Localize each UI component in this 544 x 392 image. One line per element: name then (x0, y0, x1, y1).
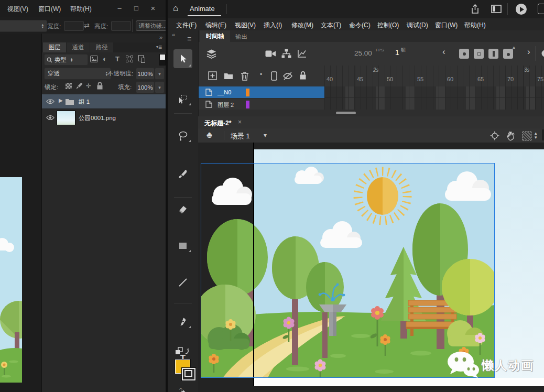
ps-menu-window[interactable]: 窗口(W) (38, 5, 61, 14)
filter-type-dropdown[interactable]: 类型 ▴▾ (44, 54, 88, 66)
document-tab-title[interactable]: 无标题-2* (204, 119, 231, 128)
share-icon[interactable] (470, 4, 480, 14)
fill-value[interactable]: 100% (136, 81, 155, 93)
hand-tool-icon[interactable] (505, 129, 517, 142)
blend-mode-dropdown[interactable]: 穿透 ▴▾ (44, 68, 111, 80)
filter-pixel-icon[interactable] (90, 56, 98, 62)
menu-text[interactable]: 文本(T) (321, 21, 341, 30)
scene-label[interactable]: 场景 1 (231, 132, 250, 141)
delete-layer-icon[interactable] (241, 71, 249, 81)
opacity-dropdown-arrow[interactable]: ▾ (155, 68, 165, 80)
advanced-layers-icon[interactable] (281, 49, 291, 58)
timeline-frame-grid[interactable] (324, 86, 544, 110)
layer-name[interactable]: 公园0001.png (79, 114, 116, 122)
group-expander-icon[interactable]: ▶ (59, 97, 63, 103)
app-tab-animate[interactable]: Animate (190, 5, 215, 13)
visibility-eye-icon[interactable] (46, 115, 55, 121)
workspace-icon[interactable] (491, 5, 502, 13)
play-button[interactable] (516, 4, 527, 15)
layer-color-chip[interactable] (246, 101, 249, 108)
zoom-value-input[interactable]: 46 (542, 129, 544, 140)
stroke-color-swatch[interactable] (182, 368, 195, 380)
menu-help[interactable]: 帮助(H) (464, 21, 486, 30)
frame-graph-icon[interactable] (297, 49, 307, 58)
zoom-stepper[interactable]: ▴▾ (535, 131, 537, 139)
menu-control[interactable]: 控制(O) (377, 21, 399, 30)
swap-dimensions-icon[interactable]: ⇄ (84, 21, 90, 29)
visibility-eye-icon[interactable] (46, 99, 55, 104)
timeline-scrollbar-handle[interactable] (336, 112, 356, 114)
lock-all-icon[interactable] (96, 82, 103, 90)
collapse-tools-icon[interactable]: » (172, 31, 175, 38)
opacity-value[interactable]: 100% (136, 68, 155, 80)
edit-symbols-clover-icon[interactable]: ♣ (206, 130, 212, 140)
tools-menu-icon[interactable]: ≡ (187, 35, 191, 43)
timeline-ruler[interactable]: 2s 3s 40 45 50 55 60 65 70 75 (324, 66, 544, 86)
tool-subselection[interactable] (173, 91, 192, 107)
menu-view[interactable]: 视图(V) (235, 21, 256, 30)
collapse-panel-icon[interactable]: » (159, 34, 162, 40)
tool-pen[interactable] (173, 314, 192, 330)
layer-row-group1[interactable]: ▶ 组 1 (42, 94, 168, 108)
layer-stack-icon[interactable] (206, 49, 217, 59)
filter-shape-icon[interactable] (126, 56, 133, 62)
ps-preset-dropdown[interactable]: ▴▾ (0, 20, 47, 32)
lock-transparency-icon[interactable] (66, 83, 72, 89)
insert-frame-button[interactable] (488, 49, 498, 59)
ps-menu-help[interactable]: 帮助(H) (70, 5, 92, 14)
current-frame-value[interactable]: 1 (395, 48, 399, 57)
close-button[interactable]: × (146, 2, 160, 15)
insert-blank-keyframe-button[interactable] (474, 49, 484, 59)
fps-value[interactable]: 25.00 (354, 49, 372, 57)
minimize-button[interactable]: – (112, 2, 127, 15)
layer-thumbnail[interactable] (57, 111, 75, 125)
tab-paths[interactable]: 路径 (90, 42, 113, 52)
width-input[interactable] (64, 21, 84, 31)
auto-keyframe-button[interactable]: A (503, 49, 513, 59)
new-layer-icon[interactable] (208, 71, 217, 80)
panel-menu-icon[interactable]: ▾≡ (156, 43, 162, 51)
menu-insert[interactable]: 插入(I) (264, 21, 282, 30)
ps-menu-view[interactable]: 视图(V) (7, 5, 28, 14)
fill-dropdown-arrow[interactable]: ▾ (155, 81, 165, 93)
onion-skin-icon[interactable] (541, 49, 544, 58)
swap-colors-icon[interactable] (175, 347, 191, 356)
filter-smart-object-icon[interactable] (138, 55, 145, 63)
scene-dropdown-chevron-icon[interactable]: ▾ (264, 132, 267, 139)
center-stage-icon[interactable] (490, 131, 499, 140)
clip-content-icon[interactable] (523, 132, 531, 140)
timeline-layer-row-2[interactable]: 图层 2 (199, 98, 324, 110)
next-keyframe-icon[interactable]: › (527, 47, 530, 57)
tools-scroll-chevron[interactable]: ‹ (177, 388, 186, 390)
lock-position-icon[interactable]: ✛ (86, 82, 91, 90)
layer-color-chip[interactable] (246, 89, 249, 96)
menu-window[interactable]: 窗口(W) (435, 21, 458, 30)
filter-toggle[interactable] (159, 54, 166, 66)
lock-layers-icon[interactable] (299, 71, 307, 80)
tool-selection[interactable] (173, 49, 192, 68)
timeline-layer-row-n0[interactable]: __N0 (199, 86, 324, 98)
canvas-area[interactable]: 懒人动画 (198, 143, 544, 392)
home-icon[interactable]: ⌂ (173, 3, 178, 14)
timeline-layer-name[interactable]: 图层 2 (217, 101, 234, 109)
outline-frame-icon[interactable] (271, 71, 277, 81)
tool-rectangle[interactable] (173, 238, 192, 254)
filter-text-icon[interactable]: T (115, 55, 119, 63)
height-input[interactable] (111, 21, 131, 31)
zoom-down-icon[interactable]: ▾ (535, 135, 537, 139)
filter-adjustment-icon[interactable]: ◐ (103, 55, 107, 63)
lock-pixels-icon[interactable] (75, 82, 83, 90)
tab-layers[interactable]: 图层 (43, 42, 66, 52)
menu-file[interactable]: 文件(F) (176, 21, 197, 30)
tab-output[interactable]: 输出 (235, 33, 247, 41)
tool-lasso[interactable] (173, 128, 192, 144)
prev-keyframe-icon[interactable]: ‹ (442, 47, 445, 57)
camera-icon[interactable] (265, 50, 276, 58)
insert-keyframe-button[interactable] (459, 49, 469, 59)
menu-modify[interactable]: 修改(M) (291, 21, 313, 30)
highlight-layer-dot[interactable]: • (260, 71, 262, 78)
tab-channels[interactable]: 通道 (67, 42, 90, 52)
tool-eraser[interactable] (173, 201, 192, 217)
layer-row-park-png[interactable]: 公园0001.png (42, 108, 168, 126)
document-tab-close-icon[interactable]: × (238, 118, 242, 126)
